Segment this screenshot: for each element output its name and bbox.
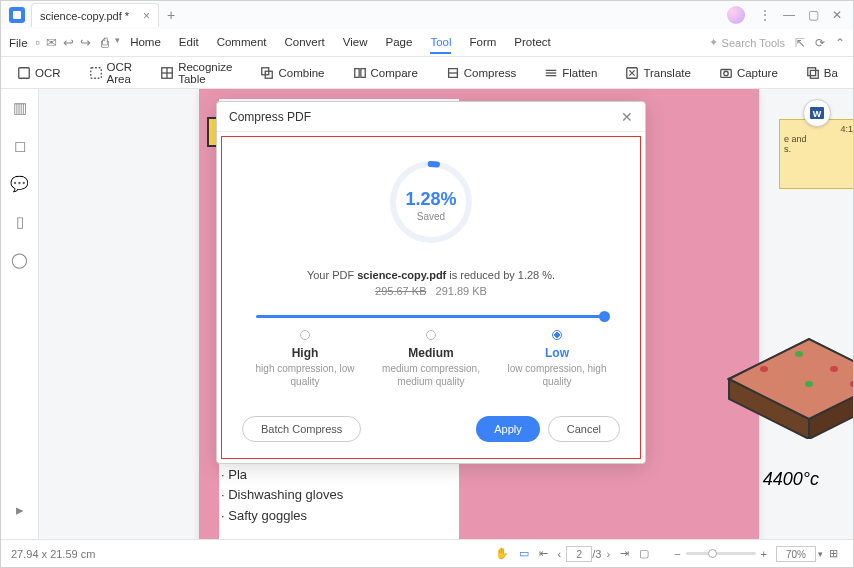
close-tab-icon[interactable]: ×	[143, 9, 150, 23]
apply-button[interactable]: Apply	[476, 416, 540, 442]
dialog-header[interactable]: Compress PDF ✕	[217, 102, 645, 132]
dialog-body: 1.28% Saved Your PDF science-copy.pdf is…	[221, 136, 641, 459]
close-dialog-icon[interactable]: ✕	[621, 109, 633, 125]
svg-point-22	[830, 366, 838, 372]
zoom-slider[interactable]	[686, 552, 756, 555]
file-menu[interactable]: File	[9, 37, 28, 49]
attachment-icon[interactable]: ▯	[16, 213, 24, 231]
combine-icon	[260, 66, 274, 80]
tab-comment[interactable]: Comment	[217, 32, 267, 54]
translate-icon	[625, 66, 639, 80]
close-window-icon[interactable]: ✕	[829, 7, 845, 23]
maximize-icon[interactable]: ▢	[805, 7, 821, 23]
option-high[interactable]: High high compression, low quality	[242, 324, 368, 394]
view-grid-icon[interactable]: ⊞	[829, 547, 838, 560]
progress-circle: 1.28% Saved	[386, 157, 476, 247]
search-tools[interactable]: ✦ Search Tools	[709, 36, 785, 49]
mail-icon[interactable]: ✉	[46, 35, 57, 50]
expand-sidebar-icon[interactable]: ▸	[16, 501, 24, 519]
cancel-button[interactable]: Cancel	[548, 416, 620, 442]
tab-home[interactable]: Home	[130, 32, 161, 54]
batch-button[interactable]: Ba	[800, 63, 844, 83]
first-page-icon[interactable]: ⇤	[539, 547, 548, 560]
undo-icon[interactable]: ↩	[63, 35, 74, 50]
search-panel-icon[interactable]: ◯	[11, 251, 28, 269]
word-export-float-icon[interactable]: W	[803, 99, 831, 127]
svg-point-21	[795, 351, 803, 357]
ocr-button[interactable]: OCR	[11, 63, 67, 83]
slider-thumb[interactable]	[599, 311, 610, 322]
print-dropdown-icon[interactable]: ▾	[115, 35, 120, 50]
tab-form[interactable]: Form	[469, 32, 496, 54]
zoom-in-icon[interactable]: +	[761, 548, 767, 560]
compress-button[interactable]: Compress	[440, 63, 522, 83]
zoom-value[interactable]: 70%	[776, 546, 816, 562]
new-tab-button[interactable]: +	[167, 7, 175, 23]
ocr-icon	[17, 66, 31, 80]
capture-button[interactable]: Capture	[713, 63, 784, 83]
thumbnails-icon[interactable]: ▥	[13, 99, 27, 117]
hand-tool-icon[interactable]: ✋	[495, 547, 509, 560]
collapse-ribbon-icon[interactable]: ⌃	[835, 36, 845, 50]
compress-dialog: Compress PDF ✕ 1.28% Saved Your PDF scie…	[216, 101, 646, 464]
svg-rect-8	[354, 68, 358, 77]
table-icon	[160, 66, 174, 80]
new-size: 291.89 KB	[436, 285, 487, 297]
compression-slider[interactable]	[256, 315, 606, 318]
svg-rect-9	[360, 68, 364, 77]
radio-icon	[426, 330, 436, 340]
recognize-table-button[interactable]: Recognize Table	[154, 58, 238, 88]
translate-button[interactable]: Translate	[619, 63, 697, 83]
tab-tool[interactable]: Tool	[430, 32, 451, 54]
app-icon	[9, 7, 25, 23]
minimize-icon[interactable]: ―	[781, 7, 797, 23]
combine-button[interactable]: Combine	[254, 63, 330, 83]
last-page-icon[interactable]: ⇥	[620, 547, 629, 560]
zoom-out-icon[interactable]: −	[674, 548, 680, 560]
zoom-dropdown-icon[interactable]: ▾	[818, 549, 823, 559]
redo-icon[interactable]: ↪	[80, 35, 91, 50]
fit-page-icon[interactable]: ▢	[639, 547, 649, 560]
compare-button[interactable]: Compare	[347, 63, 424, 83]
temperature-label: 4400°c	[763, 469, 819, 490]
tab-convert[interactable]: Convert	[285, 32, 325, 54]
titlebar: science-copy.pdf * × + ⋮ ― ▢ ✕	[1, 1, 853, 29]
svg-rect-18	[808, 67, 816, 75]
bookmark-icon[interactable]: ◻	[14, 137, 26, 155]
old-size: 295.67 KB	[375, 285, 426, 297]
percent-saved: 1.28%	[386, 189, 476, 210]
next-page-icon[interactable]: ›	[606, 548, 610, 560]
svg-rect-19	[810, 70, 818, 78]
print-icon[interactable]: ⎙	[101, 35, 109, 50]
tab-page[interactable]: Page	[386, 32, 413, 54]
kebab-menu-icon[interactable]: ⋮	[757, 7, 773, 23]
dialog-title: Compress PDF	[229, 110, 311, 124]
tab-protect[interactable]: Protect	[514, 32, 550, 54]
tab-view[interactable]: View	[343, 32, 368, 54]
magic-wand-icon: ✦	[709, 36, 718, 49]
ocr-area-icon	[89, 66, 103, 80]
size-comparison: 295.67 KB 291.89 KB	[242, 285, 620, 297]
statusbar: 27.94 x 21.59 cm ✋ ▭ ⇤ ‹ 2 /3 › ⇥ ▢ − + …	[1, 539, 853, 567]
compression-options: High high compression, low quality Mediu…	[242, 324, 620, 394]
option-medium[interactable]: Medium medium compression, medium qualit…	[368, 324, 494, 394]
page-input[interactable]: 2	[566, 546, 592, 562]
flatten-button[interactable]: Flatten	[538, 63, 603, 83]
batch-icon	[806, 66, 820, 80]
batch-compress-button[interactable]: Batch Compress	[242, 416, 361, 442]
document-tab[interactable]: science-copy.pdf * ×	[31, 3, 159, 27]
user-avatar-icon[interactable]	[727, 6, 745, 24]
select-tool-icon[interactable]: ▭	[519, 547, 529, 560]
camera-icon	[719, 66, 733, 80]
option-low[interactable]: Low low compression, high quality	[494, 324, 620, 394]
svg-rect-0	[13, 11, 21, 19]
flatten-icon	[544, 66, 558, 80]
save-icon[interactable]: ▫	[36, 35, 41, 50]
share-icon[interactable]: ⇱	[795, 36, 805, 50]
tab-edit[interactable]: Edit	[179, 32, 199, 54]
comment-panel-icon[interactable]: 💬	[10, 175, 29, 193]
ocr-area-button[interactable]: OCR Area	[83, 58, 139, 88]
cloud-icon[interactable]: ⟳	[815, 36, 825, 50]
dialog-actions: Batch Compress Apply Cancel	[242, 416, 620, 442]
prev-page-icon[interactable]: ‹	[558, 548, 562, 560]
